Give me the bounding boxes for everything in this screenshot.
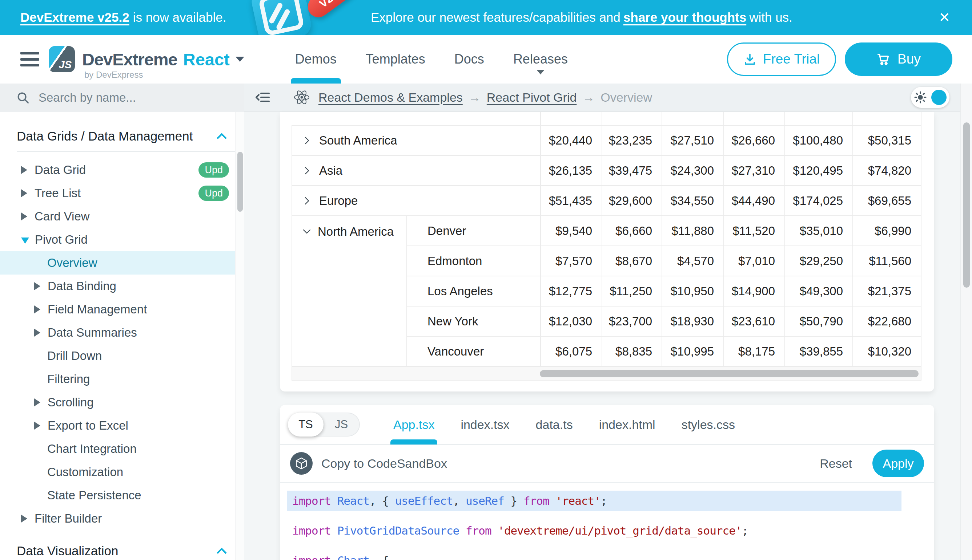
devextreme-box-icon [249, 0, 313, 35]
collapse-chevron-down-icon[interactable] [302, 227, 312, 237]
pivot-city-header[interactable]: Edmonton [407, 246, 540, 276]
hamburger-menu-icon[interactable] [20, 52, 39, 67]
pivot-header-cell [785, 112, 853, 125]
buy-label: Buy [897, 52, 921, 67]
sidebar-item-tree-list[interactable]: Tree ListUpd [0, 182, 244, 205]
sidebar-items: Data GridUpdTree ListUpdCard ViewPivot G… [0, 158, 244, 530]
pivot-group-header[interactable]: North America [292, 216, 407, 367]
sidebar-item-data-grid[interactable]: Data GridUpd [0, 158, 244, 182]
sidebar-item-filtering[interactable]: Filtering [0, 368, 244, 391]
sidebar-item-overview[interactable]: Overview [0, 251, 244, 275]
pivot-value-cell: $7,010 [724, 246, 785, 276]
code-token [331, 494, 337, 507]
horizontal-scrollbar-thumb[interactable] [540, 370, 918, 377]
pivot-row-header[interactable]: Asia [292, 155, 540, 186]
reset-button[interactable]: Reset [820, 457, 852, 471]
sidebar-item-drill-down[interactable]: Drill Down [0, 344, 244, 368]
pivot-value-cell: $10,320 [853, 336, 921, 367]
pivot-value-cell: $11,880 [662, 216, 724, 246]
row-label: South America [319, 133, 397, 147]
chevron-right-icon [21, 189, 27, 197]
code-token [549, 494, 556, 507]
pivot-city-header[interactable]: Vancouver [407, 336, 540, 367]
sidebar-item-label: Chart Integration [47, 442, 137, 456]
sidebar-item-field-management[interactable]: Field Management [0, 298, 244, 321]
free-trial-button[interactable]: Free Trial [727, 42, 836, 76]
sidebar-item-pivot-grid[interactable]: Pivot Grid [0, 228, 244, 251]
language-switch[interactable]: TS JS [288, 413, 360, 437]
copy-to-codesandbox-label[interactable]: Copy to CodeSandBox [321, 457, 447, 471]
code-token [492, 524, 498, 537]
banner-close-icon[interactable]: ✕ [939, 0, 950, 35]
expand-chevron-right-icon[interactable] [302, 196, 312, 206]
language-switch-alt[interactable]: JS [323, 418, 359, 431]
nav-demos[interactable]: Demos [281, 35, 351, 83]
page-scrollbar-thumb[interactable] [963, 122, 970, 288]
pivot-city-header[interactable]: Los Angeles [407, 276, 540, 306]
sidebar-item-chart-integration[interactable]: Chart Integration [0, 437, 244, 460]
theme-toggle-knob[interactable] [931, 90, 947, 105]
pivot-value-cell: $23,610 [724, 306, 785, 336]
tab-index-tsx[interactable]: index.tsx [460, 405, 509, 445]
pivot-row-header[interactable]: South America [292, 125, 540, 155]
table-row: North AmericaDenver$9,540$6,660$11,880$1… [292, 216, 921, 246]
breadcrumb-link[interactable]: React Pivot Grid [487, 90, 577, 104]
sidebar-item-label: Scrolling [48, 395, 94, 409]
code-token: import [292, 524, 331, 537]
brand[interactable]: DevExtreme by DevExpress React [82, 49, 244, 69]
chevron-down-icon [21, 238, 29, 244]
nav-docs[interactable]: Docs [440, 35, 499, 83]
tab-styles-css[interactable]: styles.css [682, 405, 735, 445]
expand-chevron-right-icon[interactable] [302, 135, 312, 146]
tab-app-tsx[interactable]: App.tsx [393, 405, 434, 445]
sidebar-item-state-persistence[interactable]: State Persistence [0, 484, 244, 507]
body: Data Grids / Data Management Data GridUp… [0, 83, 972, 560]
code-line-1: import React, { useEffect, useRef } from… [287, 491, 902, 511]
chevron-down-icon[interactable] [236, 57, 244, 66]
sidebar-item-scrolling[interactable]: Scrolling [0, 391, 244, 414]
chevron-up-icon [217, 548, 227, 558]
sidebar-section-header[interactable]: Data Grids / Data Management [0, 124, 244, 148]
pivot-value-cell: $6,660 [602, 216, 662, 246]
expand-chevron-right-icon[interactable] [302, 166, 312, 176]
breadcrumb-link[interactable]: React Demos & Examples [318, 90, 463, 104]
pivot-row-header[interactable]: Europe [292, 186, 540, 216]
chevron-right-icon [34, 305, 40, 313]
pivot-header-cell [853, 112, 921, 125]
apply-button[interactable]: Apply [872, 450, 924, 477]
code-editor[interactable]: import React, { useEffect, useRef } from… [280, 483, 934, 560]
sidebar-item-filter-builder[interactable]: Filter Builder [0, 507, 244, 530]
tab-index-html[interactable]: index.html [599, 405, 656, 445]
code-token [459, 524, 466, 537]
buy-button[interactable]: Buy [845, 42, 952, 76]
nav-releases[interactable]: Releases [499, 35, 582, 83]
sidebar-item-export-to-excel[interactable]: Export to Excel [0, 414, 244, 437]
sidebar-item-customization[interactable]: Customization [0, 460, 244, 484]
pivot-value-cell: $39,855 [785, 336, 853, 367]
share-thoughts-link[interactable]: share your thoughts [623, 10, 746, 25]
codesandbox-icon[interactable] [290, 452, 313, 475]
search-input[interactable] [38, 91, 220, 105]
pivot-value-cell: $8,835 [602, 336, 662, 367]
pivot-value-cell: $18,930 [662, 306, 724, 336]
sidebar-scrollbar-thumb[interactable] [238, 152, 243, 212]
main-nav: DemosTemplatesDocsReleases [281, 35, 582, 83]
nav-templates[interactable]: Templates [351, 35, 440, 83]
sidebar-section2-header[interactable]: Data Visualization [0, 539, 244, 560]
sidebar-item-data-summaries[interactable]: Data Summaries [0, 321, 244, 344]
pivot-value-cell: $26,660 [724, 125, 785, 155]
sidebar-item-label: Tree List [35, 186, 81, 200]
sidebar-item-card-view[interactable]: Card View [0, 205, 244, 228]
banner-version-link[interactable]: DevExtreme v25.2 [20, 10, 129, 25]
chevron-right-icon [34, 329, 40, 337]
sidebar-item-data-binding[interactable]: Data Binding [0, 275, 244, 298]
language-switch-knob[interactable]: TS [288, 413, 323, 437]
pivot-value-cell: $21,375 [853, 276, 921, 306]
js-logo[interactable]: JS [49, 46, 75, 72]
pivot-city-header[interactable]: New York [407, 306, 540, 336]
tab-data-ts[interactable]: data.ts [536, 405, 573, 445]
hide-panel-icon[interactable] [254, 89, 271, 106]
pivot-city-header[interactable]: Denver [407, 216, 540, 246]
theme-toggle[interactable] [911, 87, 949, 108]
pivot-value-cell: $10,995 [662, 336, 724, 367]
